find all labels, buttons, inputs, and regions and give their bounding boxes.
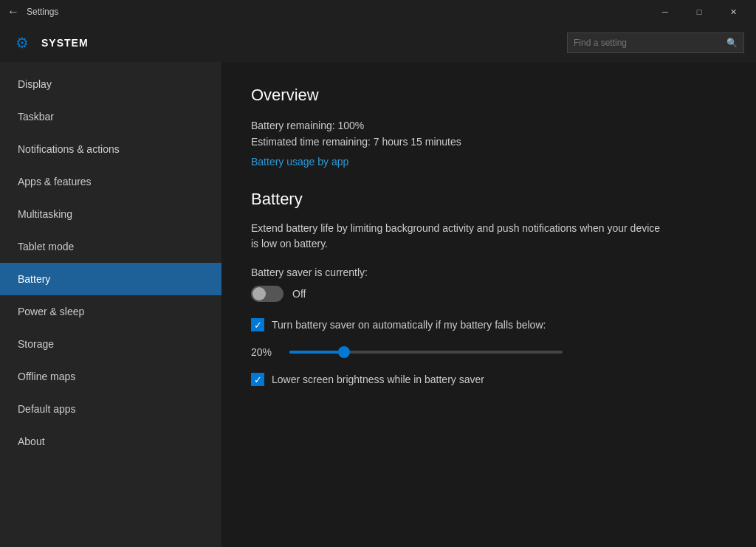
brightness-label: Lower screen brightness while in battery… <box>272 374 484 385</box>
close-button[interactable]: ✕ <box>716 0 750 24</box>
estimated-time: Estimated time remaining: 7 hours 15 min… <box>251 136 726 148</box>
search-icon: 🔍 <box>726 38 738 48</box>
header-title: SYSTEM <box>41 37 89 49</box>
slider-fill <box>289 351 344 354</box>
battery-desc: Extend battery life by limiting backgrou… <box>251 221 664 252</box>
window-controls: ─ □ ✕ <box>648 0 750 24</box>
sidebar-item-default-apps[interactable]: Default apps <box>0 393 221 425</box>
sidebar-item-display[interactable]: Display <box>0 68 221 100</box>
window-title: Settings <box>27 7 642 17</box>
battery-remaining: Battery remaining: 100% <box>251 120 726 131</box>
search-input[interactable] <box>574 38 722 48</box>
auto-saver-checkbox[interactable]: ✓ <box>251 318 264 331</box>
battery-section-title: Battery <box>251 190 726 209</box>
slider-value: 20% <box>251 346 278 358</box>
brightness-checkbox[interactable]: ✓ <box>251 373 264 386</box>
sidebar-item-battery[interactable]: Battery <box>0 263 221 295</box>
sidebar-item-storage[interactable]: Storage <box>0 328 221 360</box>
sidebar-item-taskbar[interactable]: Taskbar <box>0 100 221 133</box>
checkbox-check-icon: ✓ <box>254 320 262 330</box>
sidebar: Display Taskbar Notifications & actions … <box>0 62 221 547</box>
header-bar: ⚙ SYSTEM 🔍 <box>0 24 756 62</box>
title-bar: ← Settings ─ □ ✕ <box>0 0 756 24</box>
sidebar-item-multitasking[interactable]: Multitasking <box>0 198 221 230</box>
sidebar-item-offline-maps[interactable]: Offline maps <box>0 360 221 393</box>
battery-usage-link[interactable]: Battery usage by app <box>251 156 348 168</box>
saver-label: Battery saver is currently: <box>251 266 726 278</box>
battery-threshold-row: 20% <box>251 346 726 358</box>
sidebar-item-notifications[interactable]: Notifications & actions <box>0 133 221 165</box>
brightness-check-icon: ✓ <box>254 375 262 385</box>
toggle-state-label: Off <box>292 288 306 300</box>
sidebar-item-tablet[interactable]: Tablet mode <box>0 230 221 263</box>
sidebar-item-power[interactable]: Power & sleep <box>0 295 221 328</box>
overview-title: Overview <box>251 86 726 105</box>
search-box[interactable]: 🔍 <box>567 32 744 53</box>
content-area: Overview Battery remaining: 100% Estimat… <box>221 62 756 547</box>
brightness-row: ✓ Lower screen brightness while in batte… <box>251 373 726 386</box>
toggle-knob <box>252 287 266 300</box>
system-icon: ⚙ <box>12 32 32 53</box>
main-layout: Display Taskbar Notifications & actions … <box>0 62 756 547</box>
battery-saver-toggle[interactable] <box>251 286 284 302</box>
minimize-button[interactable]: ─ <box>648 0 682 24</box>
battery-slider[interactable] <box>289 351 563 354</box>
sidebar-item-about[interactable]: About <box>0 425 221 458</box>
slider-thumb[interactable] <box>338 346 350 358</box>
auto-saver-label: Turn battery saver on automatically if m… <box>272 319 546 331</box>
sidebar-item-apps[interactable]: Apps & features <box>0 165 221 198</box>
auto-saver-row: ✓ Turn battery saver on automatically if… <box>251 318 726 331</box>
maximize-button[interactable]: □ <box>682 0 716 24</box>
battery-saver-toggle-row: Off <box>251 286 726 302</box>
back-button[interactable]: ← <box>6 4 21 19</box>
